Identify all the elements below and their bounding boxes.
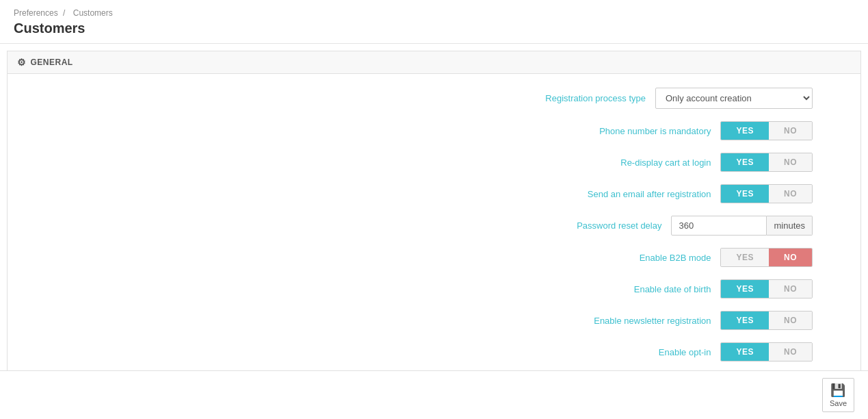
page-wrapper: Preferences / Customers Customers ⚙ GENE…	[0, 0, 868, 419]
breadcrumb-parent[interactable]: Preferences	[14, 8, 58, 18]
row-registration-process: Registration process type Only account c…	[14, 88, 854, 109]
breadcrumb-separator: /	[63, 8, 65, 18]
row-enable-dob: Enable date of birth YES NO	[14, 279, 854, 299]
label-password-reset: Password reset delay	[511, 220, 661, 231]
gear-icon: ⚙	[17, 57, 27, 68]
toggle-send-email: YES NO	[720, 184, 813, 203]
input-password-reset[interactable]	[671, 216, 767, 236]
toggle-phone-mandatory-yes[interactable]: YES	[721, 122, 769, 140]
section-title-general: GENERAL	[31, 58, 73, 67]
toggle-enable-newsletter-yes[interactable]: YES	[721, 312, 769, 329]
control-send-email: YES NO	[720, 184, 813, 203]
control-phone-mandatory: YES NO	[720, 121, 813, 140]
label-enable-dob: Enable date of birth	[560, 284, 711, 294]
row-enable-newsletter: Enable newsletter registration YES NO	[14, 311, 854, 330]
toggle-phone-mandatory: YES NO	[720, 121, 813, 140]
toggle-enable-newsletter: YES NO	[720, 311, 813, 330]
label-enable-b2b: Enable B2B mode	[560, 253, 711, 263]
toggle-enable-optin: YES NO	[720, 342, 813, 361]
toggle-redisplay-cart: YES NO	[720, 153, 813, 172]
toggle-redisplay-cart-yes[interactable]: YES	[721, 153, 769, 171]
toggle-enable-b2b: YES NO	[720, 248, 813, 267]
general-section: ⚙ GENERAL Registration process type Only…	[7, 51, 861, 388]
control-redisplay-cart: YES NO	[720, 153, 813, 172]
page-title: Customers	[14, 21, 854, 36]
label-registration-process: Registration process type	[495, 93, 646, 103]
row-phone-mandatory: Phone number is mandatory YES NO	[14, 121, 854, 140]
breadcrumb-current: Customers	[73, 8, 113, 18]
toggle-enable-optin-yes[interactable]: YES	[721, 343, 769, 361]
label-phone-mandatory: Phone number is mandatory	[560, 126, 711, 136]
select-registration-process[interactable]: Only account creation Account creation a…	[655, 88, 813, 109]
label-enable-newsletter: Enable newsletter registration	[560, 316, 711, 326]
row-send-email: Send an email after registration YES NO	[14, 184, 854, 203]
control-enable-optin: YES NO	[720, 342, 813, 361]
control-registration-process: Only account creation Account creation a…	[655, 88, 813, 109]
label-send-email: Send an email after registration	[560, 189, 711, 199]
label-enable-optin: Enable opt-in	[560, 347, 711, 357]
toggle-redisplay-cart-no[interactable]: NO	[769, 153, 812, 171]
toggle-enable-dob-no[interactable]: NO	[769, 280, 812, 298]
save-label: Save	[830, 399, 847, 407]
section-header-general: ⚙ GENERAL	[8, 51, 860, 74]
toggle-send-email-no[interactable]: NO	[769, 185, 812, 203]
control-enable-dob: YES NO	[720, 279, 813, 299]
row-enable-optin: Enable opt-in YES NO	[14, 342, 854, 361]
toggle-enable-dob-yes[interactable]: YES	[721, 280, 769, 298]
toggle-enable-b2b-no[interactable]: NO	[769, 249, 812, 266]
addon-minutes: minutes	[767, 216, 813, 236]
header: Preferences / Customers Customers	[0, 0, 868, 44]
save-icon: 💾	[830, 383, 845, 398]
label-redisplay-cart: Re-display cart at login	[560, 157, 711, 168]
toggle-send-email-yes[interactable]: YES	[721, 185, 769, 203]
row-enable-b2b: Enable B2B mode YES NO	[14, 248, 854, 267]
control-password-reset: minutes	[671, 216, 813, 236]
breadcrumb: Preferences / Customers	[14, 8, 854, 18]
toggle-enable-b2b-yes[interactable]: YES	[721, 249, 769, 266]
section-body-general: Registration process type Only account c…	[8, 74, 860, 388]
save-button[interactable]: 💾 Save	[822, 378, 854, 412]
row-password-reset: Password reset delay minutes	[14, 216, 854, 236]
toggle-enable-newsletter-no[interactable]: NO	[769, 312, 812, 329]
toggle-phone-mandatory-no[interactable]: NO	[769, 122, 812, 140]
toggle-enable-optin-no[interactable]: NO	[769, 343, 812, 361]
footer-bar: 💾 Save	[0, 370, 868, 419]
control-enable-newsletter: YES NO	[720, 311, 813, 330]
row-redisplay-cart: Re-display cart at login YES NO	[14, 153, 854, 172]
toggle-enable-dob: YES NO	[720, 279, 813, 299]
control-enable-b2b: YES NO	[720, 248, 813, 267]
